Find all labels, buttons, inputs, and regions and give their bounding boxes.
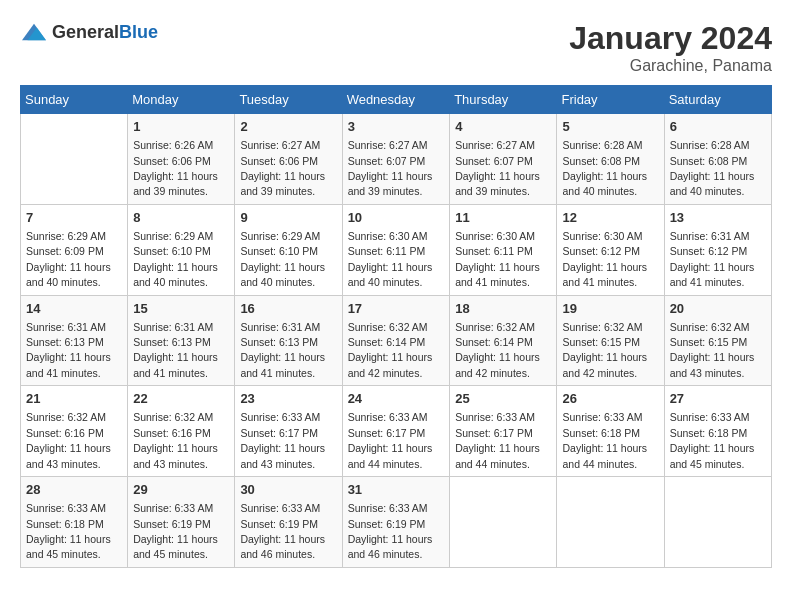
day-number: 1 [133, 118, 229, 136]
day-header-monday: Monday [128, 86, 235, 114]
day-cell: 15Sunrise: 6:31 AMSunset: 6:13 PMDayligh… [128, 295, 235, 386]
day-info: Sunrise: 6:30 AMSunset: 6:11 PMDaylight:… [348, 230, 433, 288]
day-info: Sunrise: 6:29 AMSunset: 6:10 PMDaylight:… [133, 230, 218, 288]
day-info: Sunrise: 6:33 AMSunset: 6:19 PMDaylight:… [240, 502, 325, 560]
day-cell: 2Sunrise: 6:27 AMSunset: 6:06 PMDaylight… [235, 114, 342, 205]
day-header-friday: Friday [557, 86, 664, 114]
day-cell: 23Sunrise: 6:33 AMSunset: 6:17 PMDayligh… [235, 386, 342, 477]
logo-icon [20, 20, 48, 44]
day-number: 23 [240, 390, 336, 408]
day-info: Sunrise: 6:33 AMSunset: 6:17 PMDaylight:… [455, 411, 540, 469]
day-number: 18 [455, 300, 551, 318]
day-info: Sunrise: 6:27 AMSunset: 6:07 PMDaylight:… [348, 139, 433, 197]
day-info: Sunrise: 6:33 AMSunset: 6:17 PMDaylight:… [348, 411, 433, 469]
day-info: Sunrise: 6:27 AMSunset: 6:07 PMDaylight:… [455, 139, 540, 197]
day-cell: 14Sunrise: 6:31 AMSunset: 6:13 PMDayligh… [21, 295, 128, 386]
week-row-3: 14Sunrise: 6:31 AMSunset: 6:13 PMDayligh… [21, 295, 772, 386]
day-cell: 13Sunrise: 6:31 AMSunset: 6:12 PMDayligh… [664, 204, 771, 295]
day-cell [557, 477, 664, 568]
day-cell: 26Sunrise: 6:33 AMSunset: 6:18 PMDayligh… [557, 386, 664, 477]
calendar-table: SundayMondayTuesdayWednesdayThursdayFrid… [20, 85, 772, 568]
page-header: GeneralBlue January 2024 Garachine, Pana… [20, 20, 772, 75]
day-number: 3 [348, 118, 445, 136]
day-info: Sunrise: 6:30 AMSunset: 6:12 PMDaylight:… [562, 230, 647, 288]
day-info: Sunrise: 6:32 AMSunset: 6:16 PMDaylight:… [133, 411, 218, 469]
day-info: Sunrise: 6:28 AMSunset: 6:08 PMDaylight:… [562, 139, 647, 197]
day-info: Sunrise: 6:28 AMSunset: 6:08 PMDaylight:… [670, 139, 755, 197]
day-cell: 1Sunrise: 6:26 AMSunset: 6:06 PMDaylight… [128, 114, 235, 205]
day-cell: 10Sunrise: 6:30 AMSunset: 6:11 PMDayligh… [342, 204, 450, 295]
week-row-1: 1Sunrise: 6:26 AMSunset: 6:06 PMDaylight… [21, 114, 772, 205]
day-header-sunday: Sunday [21, 86, 128, 114]
day-info: Sunrise: 6:33 AMSunset: 6:19 PMDaylight:… [133, 502, 218, 560]
day-info: Sunrise: 6:31 AMSunset: 6:12 PMDaylight:… [670, 230, 755, 288]
day-number: 30 [240, 481, 336, 499]
day-info: Sunrise: 6:31 AMSunset: 6:13 PMDaylight:… [133, 321, 218, 379]
day-number: 7 [26, 209, 122, 227]
day-cell: 31Sunrise: 6:33 AMSunset: 6:19 PMDayligh… [342, 477, 450, 568]
day-info: Sunrise: 6:33 AMSunset: 6:18 PMDaylight:… [562, 411, 647, 469]
day-number: 31 [348, 481, 445, 499]
day-header-thursday: Thursday [450, 86, 557, 114]
day-cell: 9Sunrise: 6:29 AMSunset: 6:10 PMDaylight… [235, 204, 342, 295]
location-title: Garachine, Panama [569, 57, 772, 75]
day-info: Sunrise: 6:33 AMSunset: 6:18 PMDaylight:… [670, 411, 755, 469]
day-number: 8 [133, 209, 229, 227]
day-cell: 3Sunrise: 6:27 AMSunset: 6:07 PMDaylight… [342, 114, 450, 205]
day-info: Sunrise: 6:33 AMSunset: 6:18 PMDaylight:… [26, 502, 111, 560]
day-number: 4 [455, 118, 551, 136]
day-info: Sunrise: 6:30 AMSunset: 6:11 PMDaylight:… [455, 230, 540, 288]
day-info: Sunrise: 6:31 AMSunset: 6:13 PMDaylight:… [240, 321, 325, 379]
day-number: 12 [562, 209, 658, 227]
day-cell: 18Sunrise: 6:32 AMSunset: 6:14 PMDayligh… [450, 295, 557, 386]
day-cell: 30Sunrise: 6:33 AMSunset: 6:19 PMDayligh… [235, 477, 342, 568]
day-number: 9 [240, 209, 336, 227]
day-cell: 12Sunrise: 6:30 AMSunset: 6:12 PMDayligh… [557, 204, 664, 295]
day-info: Sunrise: 6:32 AMSunset: 6:14 PMDaylight:… [455, 321, 540, 379]
day-cell: 28Sunrise: 6:33 AMSunset: 6:18 PMDayligh… [21, 477, 128, 568]
day-cell: 17Sunrise: 6:32 AMSunset: 6:14 PMDayligh… [342, 295, 450, 386]
day-info: Sunrise: 6:29 AMSunset: 6:09 PMDaylight:… [26, 230, 111, 288]
day-number: 6 [670, 118, 766, 136]
week-row-2: 7Sunrise: 6:29 AMSunset: 6:09 PMDaylight… [21, 204, 772, 295]
logo-general-text: General [52, 22, 119, 42]
day-number: 22 [133, 390, 229, 408]
day-number: 26 [562, 390, 658, 408]
day-number: 29 [133, 481, 229, 499]
week-row-4: 21Sunrise: 6:32 AMSunset: 6:16 PMDayligh… [21, 386, 772, 477]
day-number: 2 [240, 118, 336, 136]
day-number: 14 [26, 300, 122, 318]
day-cell: 16Sunrise: 6:31 AMSunset: 6:13 PMDayligh… [235, 295, 342, 386]
day-number: 19 [562, 300, 658, 318]
day-number: 16 [240, 300, 336, 318]
day-header-tuesday: Tuesday [235, 86, 342, 114]
day-info: Sunrise: 6:33 AMSunset: 6:19 PMDaylight:… [348, 502, 433, 560]
day-cell: 4Sunrise: 6:27 AMSunset: 6:07 PMDaylight… [450, 114, 557, 205]
day-number: 28 [26, 481, 122, 499]
week-row-5: 28Sunrise: 6:33 AMSunset: 6:18 PMDayligh… [21, 477, 772, 568]
day-number: 11 [455, 209, 551, 227]
day-number: 20 [670, 300, 766, 318]
day-cell: 22Sunrise: 6:32 AMSunset: 6:16 PMDayligh… [128, 386, 235, 477]
day-cell: 7Sunrise: 6:29 AMSunset: 6:09 PMDaylight… [21, 204, 128, 295]
day-cell: 29Sunrise: 6:33 AMSunset: 6:19 PMDayligh… [128, 477, 235, 568]
day-cell [450, 477, 557, 568]
day-info: Sunrise: 6:33 AMSunset: 6:17 PMDaylight:… [240, 411, 325, 469]
day-number: 21 [26, 390, 122, 408]
day-header-wednesday: Wednesday [342, 86, 450, 114]
logo-blue-text: Blue [119, 22, 158, 42]
day-number: 5 [562, 118, 658, 136]
calendar-body: 1Sunrise: 6:26 AMSunset: 6:06 PMDaylight… [21, 114, 772, 568]
day-info: Sunrise: 6:32 AMSunset: 6:15 PMDaylight:… [562, 321, 647, 379]
day-cell: 8Sunrise: 6:29 AMSunset: 6:10 PMDaylight… [128, 204, 235, 295]
day-number: 13 [670, 209, 766, 227]
calendar-header-row: SundayMondayTuesdayWednesdayThursdayFrid… [21, 86, 772, 114]
day-number: 25 [455, 390, 551, 408]
day-cell: 5Sunrise: 6:28 AMSunset: 6:08 PMDaylight… [557, 114, 664, 205]
day-number: 17 [348, 300, 445, 318]
day-info: Sunrise: 6:26 AMSunset: 6:06 PMDaylight:… [133, 139, 218, 197]
day-cell: 24Sunrise: 6:33 AMSunset: 6:17 PMDayligh… [342, 386, 450, 477]
day-cell: 21Sunrise: 6:32 AMSunset: 6:16 PMDayligh… [21, 386, 128, 477]
day-cell: 11Sunrise: 6:30 AMSunset: 6:11 PMDayligh… [450, 204, 557, 295]
day-info: Sunrise: 6:32 AMSunset: 6:16 PMDaylight:… [26, 411, 111, 469]
